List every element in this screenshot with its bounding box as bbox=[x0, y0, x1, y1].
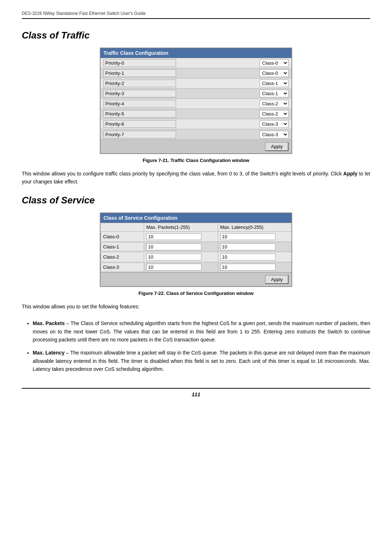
cos-max-latency-cell bbox=[218, 242, 292, 251]
traffic-class-select[interactable]: Class-0Class-1Class-2Class-3 bbox=[260, 120, 289, 128]
cos-row: Class-3 bbox=[101, 262, 291, 272]
cos-empty-col bbox=[101, 223, 144, 231]
cos-max-packets-input[interactable] bbox=[146, 233, 201, 240]
feature-bullet-list: Max. Packets – The Class of Service sche… bbox=[33, 319, 370, 373]
traffic-row-label: Priority-0 bbox=[103, 59, 176, 67]
traffic-row: Priority-6Class-0Class-1Class-2Class-3 bbox=[101, 119, 291, 129]
traffic-row-select-wrap: Class-0Class-1Class-2Class-3 bbox=[260, 100, 289, 108]
traffic-class-select[interactable]: Class-0Class-1Class-2Class-3 bbox=[260, 110, 289, 118]
section2-intro-text: This window allows you to set the follow… bbox=[22, 303, 370, 311]
page-footer: 111 bbox=[22, 388, 370, 397]
traffic-row-label: Priority-3 bbox=[103, 90, 176, 97]
cos-max-latency-cell bbox=[218, 232, 292, 241]
traffic-row-select-wrap: Class-0Class-1Class-2Class-3 bbox=[260, 110, 289, 118]
cos-row-label: Class-3 bbox=[101, 263, 144, 271]
cos-row: Class-1 bbox=[101, 242, 291, 252]
traffic-row: Priority-4Class-0Class-1Class-2Class-3 bbox=[101, 99, 291, 109]
cos-row: Class-0 bbox=[101, 232, 291, 242]
traffic-row-select-wrap: Class-0Class-1Class-2Class-3 bbox=[260, 80, 289, 87]
page-header: DES-3226 NWay Standalone Fast Ethernet S… bbox=[22, 11, 370, 19]
cos-max-latency-cell bbox=[218, 252, 292, 262]
traffic-class-select[interactable]: Class-0Class-1Class-2Class-3 bbox=[260, 90, 289, 97]
cos-config-table: Class of Service Configuration Max. Pack… bbox=[100, 212, 292, 287]
cos-max-packets-cell bbox=[144, 242, 218, 251]
traffic-class-select[interactable]: Class-0Class-1Class-2Class-3 bbox=[260, 59, 289, 67]
section1-body-text: This window allows you to configure traf… bbox=[22, 170, 370, 186]
cos-apply-row: Apply bbox=[101, 272, 291, 286]
cos-max-packets-input[interactable] bbox=[146, 264, 201, 271]
cos-max-packets-input[interactable] bbox=[146, 243, 201, 250]
bullet-list-section: Max. Packets – The Class of Service sche… bbox=[22, 319, 370, 373]
traffic-row-select-wrap: Class-0Class-1Class-2Class-3 bbox=[260, 131, 289, 138]
cos-row-label: Class-0 bbox=[101, 233, 144, 240]
traffic-row: Priority-3Class-0Class-1Class-2Class-3 bbox=[101, 89, 291, 99]
cos-max-packets-cell bbox=[144, 263, 218, 272]
traffic-class-select[interactable]: Class-0Class-1Class-2Class-3 bbox=[260, 80, 289, 87]
traffic-row-label: Priority-1 bbox=[103, 69, 176, 77]
traffic-row-label: Priority-7 bbox=[103, 131, 176, 138]
traffic-class-select[interactable]: Class-0Class-1Class-2Class-3 bbox=[260, 131, 289, 138]
feature-bullet-item: Max. Packets – The Class of Service sche… bbox=[33, 319, 370, 344]
cos-max-latency-input[interactable] bbox=[220, 264, 275, 271]
cos-max-packets-cell bbox=[144, 232, 218, 241]
figure-7-21-caption: Figure 7-21. Traffic Class Configuration… bbox=[22, 158, 370, 163]
traffic-class-config-table: Traffic Class Configuration Priority-0Cl… bbox=[100, 48, 292, 154]
traffic-class-select[interactable]: Class-0Class-1Class-2Class-3 bbox=[260, 69, 289, 77]
traffic-row-label: Priority-5 bbox=[103, 110, 176, 118]
traffic-row: Priority-1Class-0Class-1Class-2Class-3 bbox=[101, 68, 291, 78]
cos-max-packets-cell bbox=[144, 252, 218, 262]
traffic-row: Priority-2Class-0Class-1Class-2Class-3 bbox=[101, 78, 291, 89]
cos-max-latency-input[interactable] bbox=[220, 233, 275, 240]
traffic-row-select-wrap: Class-0Class-1Class-2Class-3 bbox=[260, 120, 289, 128]
cos-row-label: Class-1 bbox=[101, 243, 144, 251]
cos-row: Class-2 bbox=[101, 252, 291, 262]
cos-config-header: Class of Service Configuration bbox=[101, 213, 291, 223]
cos-max-latency-header: Max. Latency(0-255) bbox=[218, 223, 292, 231]
section1-title: Class of Traffic bbox=[22, 30, 370, 41]
cos-max-packets-input[interactable] bbox=[146, 254, 201, 260]
feature-bullet-item: Max. Latency – The maximum allowable tim… bbox=[33, 349, 370, 373]
cos-max-latency-input[interactable] bbox=[220, 243, 275, 250]
traffic-row-select-wrap: Class-0Class-1Class-2Class-3 bbox=[260, 69, 289, 77]
traffic-apply-row: Apply bbox=[101, 139, 291, 153]
section2-title: Class of Service bbox=[22, 195, 370, 206]
cos-row-label: Class-2 bbox=[101, 253, 144, 261]
traffic-row: Priority-5Class-0Class-1Class-2Class-3 bbox=[101, 109, 291, 119]
traffic-row-label: Priority-2 bbox=[103, 80, 176, 87]
traffic-class-config-header: Traffic Class Configuration bbox=[101, 48, 291, 58]
page-number: 111 bbox=[192, 392, 200, 397]
figure-7-22-caption: Figure 7-22. Class of Service Configurat… bbox=[22, 291, 370, 296]
cos-max-latency-cell bbox=[218, 263, 292, 272]
traffic-apply-button[interactable]: Apply bbox=[265, 142, 289, 151]
cos-apply-button[interactable]: Apply bbox=[265, 275, 289, 284]
traffic-row-label: Priority-6 bbox=[103, 120, 176, 128]
header-text: DES-3226 NWay Standalone Fast Ethernet S… bbox=[22, 11, 146, 16]
cos-max-latency-input[interactable] bbox=[220, 254, 275, 260]
traffic-row: Priority-7Class-0Class-1Class-2Class-3 bbox=[101, 129, 291, 139]
traffic-class-select[interactable]: Class-0Class-1Class-2Class-3 bbox=[260, 100, 289, 108]
cos-column-headers: Max. Packets(1-255) Max. Latency(0-255) bbox=[101, 223, 291, 232]
traffic-row-label: Priority-4 bbox=[103, 100, 176, 108]
traffic-row-select-wrap: Class-0Class-1Class-2Class-3 bbox=[260, 90, 289, 97]
traffic-row-select-wrap: Class-0Class-1Class-2Class-3 bbox=[260, 59, 289, 67]
cos-max-packets-header: Max. Packets(1-255) bbox=[144, 223, 218, 231]
traffic-row: Priority-0Class-0Class-1Class-2Class-3 bbox=[101, 58, 291, 68]
